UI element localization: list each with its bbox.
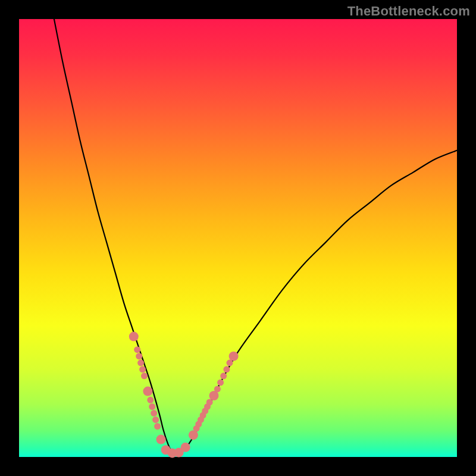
salmon-dot <box>181 443 190 452</box>
salmon-dot <box>151 410 157 416</box>
watermark-text: TheBottleneck.com <box>347 4 470 19</box>
salmon-dot <box>152 416 159 423</box>
salmon-dot <box>154 423 161 430</box>
curve-svg <box>19 19 457 457</box>
salmon-dots <box>129 332 239 458</box>
chart-frame: TheBottleneck.com <box>0 0 476 476</box>
salmon-dot <box>229 352 239 361</box>
salmon-dot <box>141 372 148 379</box>
salmon-dot <box>136 353 142 359</box>
salmon-dot <box>223 366 230 372</box>
salmon-dot <box>143 387 152 396</box>
salmon-dot <box>220 372 227 379</box>
salmon-dot <box>134 346 140 353</box>
salmon-dot <box>156 435 166 444</box>
salmon-dot <box>214 386 221 392</box>
salmon-dot <box>217 379 224 386</box>
salmon-dot <box>209 391 219 400</box>
salmon-dot <box>147 397 154 403</box>
salmon-dot <box>139 366 146 372</box>
salmon-dot <box>149 403 155 410</box>
bottleneck-curve <box>54 19 457 453</box>
plot-area <box>19 19 457 457</box>
salmon-dot <box>129 332 139 342</box>
salmon-dot <box>137 359 144 366</box>
